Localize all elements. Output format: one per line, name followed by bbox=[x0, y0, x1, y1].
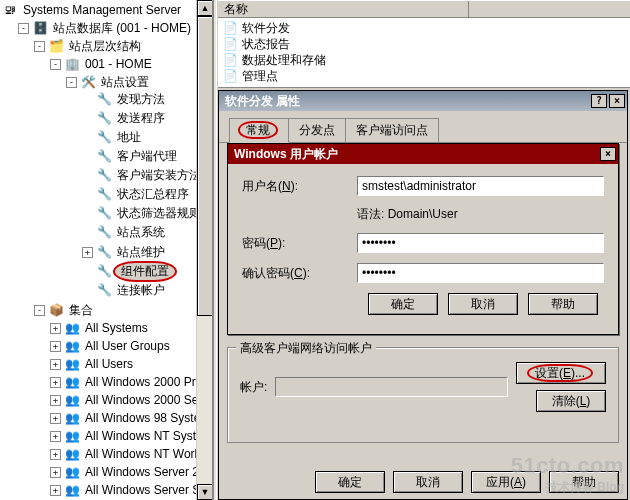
properties-titlebar[interactable]: 软件分发 属性 ? × bbox=[219, 91, 627, 111]
tree-setting-item[interactable]: 🔧发送程序 bbox=[82, 110, 167, 127]
tree-collection-item[interactable]: +👥All Windows 98 Systems bbox=[50, 410, 213, 427]
tree-label: 站点系统 bbox=[115, 224, 167, 241]
collection-icon: 👥 bbox=[64, 411, 80, 427]
tree-collection-item[interactable]: +👥All Windows Server 2003 S bbox=[50, 464, 213, 481]
windows-user-account-dialog: Windows 用户帐户 × 用户名(N): 语法: Domain\User 密… bbox=[227, 143, 619, 335]
splitter[interactable] bbox=[213, 0, 217, 500]
tab-label: 常规 bbox=[238, 121, 278, 139]
clear-account-button[interactable]: 清除(L) bbox=[536, 390, 606, 412]
tree-setting-item[interactable]: 🔧组件配置 bbox=[82, 261, 177, 282]
expand-icon[interactable]: + bbox=[50, 377, 61, 388]
tree-collection-item[interactable]: +👥All Users bbox=[50, 356, 135, 373]
list-header[interactable]: 名称 bbox=[218, 0, 630, 18]
tree-label: All Windows Server Systen bbox=[83, 482, 213, 499]
tree-setting-item[interactable]: 🔧客户端安装方法 bbox=[82, 167, 203, 184]
collapse-icon[interactable]: - bbox=[34, 305, 45, 316]
collapse-icon[interactable]: - bbox=[18, 23, 29, 34]
tree-site-database[interactable]: - 🗄️ 站点数据库 (001 - HOME) bbox=[18, 20, 193, 37]
tree-setting-item[interactable]: 🔧发现方法 bbox=[82, 91, 167, 108]
list-body: 📄软件分发📄状态报告📄数据处理和存储📄管理点 bbox=[218, 18, 630, 88]
close-button[interactable]: × bbox=[609, 94, 625, 108]
tree-collection-item[interactable]: +👥All Windows 2000 Professio bbox=[50, 374, 213, 391]
prop-ok-button[interactable]: 确定 bbox=[315, 471, 385, 493]
collapse-icon[interactable]: - bbox=[34, 41, 45, 52]
confirm-password-label: 确认密码(C): bbox=[242, 265, 357, 282]
tree-label: All Windows NT Workstation bbox=[83, 446, 213, 463]
prop-cancel-button[interactable]: 取消 bbox=[393, 471, 463, 493]
scroll-up-button[interactable]: ▲ bbox=[197, 0, 213, 16]
help-button[interactable]: 帮助 bbox=[528, 293, 598, 315]
tree-collection-item[interactable]: +👥All User Groups bbox=[50, 338, 172, 355]
tab-distribution[interactable]: 分发点 bbox=[288, 118, 346, 142]
tree-setting-item[interactable]: 🔧地址 bbox=[82, 129, 143, 146]
tree-site-code[interactable]: - 🏢 001 - HOME bbox=[50, 56, 154, 73]
tree-setting-item[interactable]: 🔧状态筛选器规则 bbox=[82, 205, 203, 222]
tree-collection-item[interactable]: +👥All Windows NT Workstation bbox=[50, 446, 213, 463]
list-item[interactable]: 📄软件分发 bbox=[222, 20, 626, 36]
advanced-client-account-group: 高级客户端网络访问帐户 帐户: 设置(E)... 清除(L) bbox=[227, 347, 619, 443]
expand-icon[interactable]: + bbox=[50, 449, 61, 460]
tree-collection-item[interactable]: +👥All Systems bbox=[50, 320, 150, 337]
set-account-button[interactable]: 设置(E)... bbox=[516, 362, 606, 384]
dialog-close-button[interactable]: × bbox=[600, 147, 616, 161]
tree-site-hierarchy[interactable]: - 🗂️ 站点层次结构 bbox=[34, 38, 143, 55]
tree-collection-item[interactable]: +👥All Windows NT Systems bbox=[50, 428, 213, 445]
cancel-button[interactable]: 取消 bbox=[448, 293, 518, 315]
dialog-title: Windows 用户帐户 bbox=[234, 146, 338, 163]
username-input[interactable] bbox=[357, 176, 604, 196]
expand-icon[interactable]: + bbox=[50, 341, 61, 352]
tree-collection-item[interactable]: +👥All Windows Server Systen bbox=[50, 482, 213, 499]
tree-label: 发送程序 bbox=[115, 110, 167, 127]
list-item[interactable]: 📄数据处理和存储 bbox=[222, 52, 626, 68]
tree-label: 组件配置 bbox=[113, 261, 177, 282]
collection-icon: 👥 bbox=[64, 393, 80, 409]
list-item[interactable]: 📄管理点 bbox=[222, 68, 626, 84]
tree-setting-item[interactable]: 🔧客户端代理 bbox=[82, 148, 179, 165]
tree-label: All Windows 98 Systems bbox=[83, 410, 213, 427]
collection-icon: 👥 bbox=[64, 483, 80, 499]
navigation-tree-panel: 🖳 Systems Management Server - 🗄️ 站点数据库 (… bbox=[0, 0, 213, 500]
collection-icon: 👥 bbox=[64, 321, 80, 337]
tab-client-access[interactable]: 客户端访问点 bbox=[345, 118, 439, 142]
ok-button[interactable]: 确定 bbox=[368, 293, 438, 315]
expand-icon[interactable]: + bbox=[50, 413, 61, 424]
expand-icon[interactable]: + bbox=[50, 395, 61, 406]
tree-root[interactable]: 🖳 Systems Management Server bbox=[2, 2, 183, 19]
hierarchy-icon: 🗂️ bbox=[48, 39, 64, 55]
tree-setting-item[interactable]: +🔧站点维护 bbox=[82, 244, 167, 261]
collection-icon: 👥 bbox=[64, 375, 80, 391]
expand-icon[interactable]: + bbox=[50, 467, 61, 478]
tree-label: 连接帐户 bbox=[115, 282, 167, 299]
tree-setting-item[interactable]: 🔧连接帐户 bbox=[82, 282, 167, 299]
expand-icon[interactable]: + bbox=[50, 431, 61, 442]
tree-setting-item[interactable]: 🔧状态汇总程序 bbox=[82, 186, 191, 203]
watermark-line1: 51cto.com bbox=[511, 453, 624, 479]
list-item[interactable]: 📄状态报告 bbox=[222, 36, 626, 52]
spacer bbox=[82, 266, 93, 277]
tree-collection-item[interactable]: +👥All Windows 2000 Server S bbox=[50, 392, 213, 409]
tree-label: 站点设置 bbox=[99, 74, 151, 91]
right-panel: 名称 📄软件分发📄状态报告📄数据处理和存储📄管理点 软件分发 属性 ? × 常规… bbox=[218, 0, 630, 500]
confirm-password-input[interactable] bbox=[357, 263, 604, 283]
dialog-titlebar[interactable]: Windows 用户帐户 × bbox=[228, 144, 618, 164]
spacer bbox=[82, 113, 93, 124]
expand-icon[interactable]: + bbox=[50, 323, 61, 334]
component-icon: 🔧 bbox=[96, 206, 112, 222]
tree-scrollbar[interactable]: ▲ ▼ bbox=[196, 0, 212, 500]
help-button[interactable]: ? bbox=[591, 94, 607, 108]
tab-general[interactable]: 常规 bbox=[229, 118, 289, 143]
component-icon: 🔧 bbox=[96, 225, 112, 241]
scroll-down-button[interactable]: ▼ bbox=[197, 484, 213, 500]
expand-icon[interactable]: + bbox=[82, 247, 93, 258]
tree-setting-item[interactable]: 🔧站点系统 bbox=[82, 224, 167, 241]
collapse-icon[interactable]: - bbox=[50, 59, 61, 70]
tree-collections[interactable]: - 📦 集合 bbox=[34, 302, 95, 319]
collapse-icon[interactable]: - bbox=[66, 77, 77, 88]
scroll-thumb[interactable] bbox=[197, 16, 213, 316]
database-icon: 🗄️ bbox=[32, 21, 48, 37]
expand-icon[interactable]: + bbox=[50, 359, 61, 370]
expand-icon[interactable]: + bbox=[50, 485, 61, 496]
tree-site-settings[interactable]: - 🛠️ 站点设置 bbox=[66, 74, 151, 91]
collection-icon: 👥 bbox=[64, 465, 80, 481]
password-input[interactable] bbox=[357, 233, 604, 253]
